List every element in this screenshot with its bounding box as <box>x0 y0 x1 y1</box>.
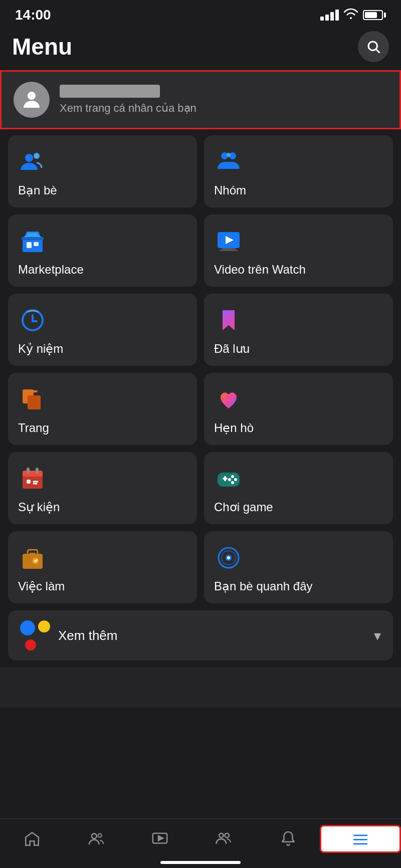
svg-point-0 <box>368 42 377 51</box>
see-more-section[interactable]: Xem thêm ▾ <box>8 610 393 661</box>
groups-icon <box>214 147 243 176</box>
grid-row-4: Trang Hẹn hò <box>8 373 393 445</box>
menu-item-dating[interactable]: Hẹn hò <box>204 373 393 445</box>
nearby-label: Bạn bè quanh đây <box>214 579 313 593</box>
svg-point-45 <box>219 833 224 838</box>
menu-item-saved[interactable]: Đã lưu <box>204 294 393 366</box>
menu-item-nearby[interactable]: Bạn bè quanh đây <box>204 531 393 603</box>
search-icon <box>366 39 381 54</box>
status-time: 14:00 <box>15 7 51 23</box>
svg-rect-14 <box>222 248 236 251</box>
svg-point-31 <box>231 481 234 484</box>
wifi-icon <box>344 8 358 22</box>
notifications-icon <box>280 830 297 847</box>
svg-rect-9 <box>27 242 32 248</box>
marketplace-label: Marketplace <box>18 263 84 277</box>
nav-friends[interactable] <box>64 826 128 851</box>
menu-item-friends[interactable]: Bạn bè <box>8 135 197 207</box>
nav-watch[interactable] <box>128 826 192 851</box>
nav-menu[interactable] <box>320 825 401 853</box>
nav-groups[interactable] <box>192 826 256 851</box>
svg-marker-44 <box>158 836 163 840</box>
menu-nav-icon <box>352 830 369 847</box>
grid-row-5: Sự kiện Chơi game <box>8 452 393 524</box>
svg-point-30 <box>234 478 237 481</box>
chevron-down-icon: ▾ <box>374 627 381 644</box>
menu-item-jobs[interactable]: Việc làm <box>8 531 197 603</box>
svg-rect-15 <box>220 250 222 251</box>
nav-home[interactable] <box>0 826 64 851</box>
nearby-icon <box>214 543 243 572</box>
friends-nav-icon <box>88 830 105 847</box>
gaming-icon <box>214 464 243 493</box>
menu-item-watch[interactable]: Video trên Watch <box>204 214 393 287</box>
svg-rect-11 <box>22 237 44 240</box>
events-icon <box>18 464 47 493</box>
dating-label: Hẹn hò <box>214 421 254 435</box>
status-bar: 14:00 <box>0 0 401 26</box>
svg-rect-22 <box>23 471 43 477</box>
svg-rect-8 <box>23 238 43 252</box>
marketplace-icon <box>18 227 47 256</box>
saved-icon <box>214 306 243 335</box>
menu-item-groups[interactable]: Nhóm <box>204 135 393 207</box>
svg-line-1 <box>376 50 380 53</box>
groups-nav-icon <box>216 830 233 847</box>
blurred-bottom <box>0 668 401 708</box>
home-indicator <box>160 861 241 864</box>
svg-rect-35 <box>30 553 36 555</box>
menu-item-gaming[interactable]: Chơi game <box>204 452 393 524</box>
grid-row-1: Bạn bè Nhóm <box>8 135 393 207</box>
menu-item-pages[interactable]: Trang <box>8 373 197 445</box>
svg-point-2 <box>28 92 36 100</box>
dating-icon <box>214 385 243 414</box>
search-button[interactable] <box>358 31 389 62</box>
profile-name <box>60 85 160 98</box>
profile-subtitle: Xem trang cá nhân của bạn <box>60 102 387 115</box>
page-title: Menu <box>12 33 72 60</box>
home-icon <box>24 830 41 847</box>
svg-rect-25 <box>27 480 31 484</box>
memories-label: Kỷ niệm <box>18 342 63 356</box>
svg-rect-28 <box>224 476 226 481</box>
svg-point-42 <box>98 833 101 837</box>
svg-rect-24 <box>36 468 39 474</box>
svg-point-7 <box>227 153 231 157</box>
saved-label: Đã lưu <box>214 342 250 356</box>
watch-nav-icon <box>151 830 168 847</box>
svg-rect-10 <box>34 242 39 246</box>
menu-item-marketplace[interactable]: Marketplace <box>8 214 197 287</box>
see-more-left: Xem thêm <box>20 620 118 650</box>
watch-icon <box>214 227 243 256</box>
battery-icon <box>363 10 386 20</box>
status-icons <box>320 8 386 22</box>
menu-grid: Bạn bè Nhóm <box>0 135 401 603</box>
profile-section[interactable]: Xem trang cá nhân của bạn <box>0 70 401 129</box>
friends-icon <box>18 147 47 176</box>
svg-point-41 <box>91 833 96 838</box>
pages-icon <box>18 385 47 414</box>
avatar-icon <box>20 88 44 112</box>
svg-point-32 <box>228 478 231 481</box>
memories-icon <box>18 306 47 335</box>
nav-notifications[interactable] <box>256 826 320 851</box>
see-more-label: Xem thêm <box>58 628 118 643</box>
svg-point-3 <box>25 154 33 162</box>
grid-row-3: Kỷ niệm Đã lưu <box>8 294 393 366</box>
header: Menu <box>0 26 401 70</box>
svg-rect-23 <box>27 468 30 474</box>
events-label: Sự kiện <box>18 500 60 514</box>
menu-item-memories[interactable]: Kỷ niệm <box>8 294 197 366</box>
groups-label: Nhóm <box>214 183 246 197</box>
jobs-label: Việc làm <box>18 579 65 593</box>
svg-point-40 <box>227 556 230 559</box>
profile-info: Xem trang cá nhân của bạn <box>60 85 387 115</box>
svg-point-29 <box>231 475 234 478</box>
jobs-icon <box>18 543 47 572</box>
gaming-label: Chơi game <box>214 500 273 514</box>
friends-label: Bạn bè <box>18 183 57 197</box>
menu-item-events[interactable]: Sự kiện <box>8 452 197 524</box>
watch-label: Video trên Watch <box>214 263 306 277</box>
avatar <box>14 82 50 118</box>
grid-row-6: Việc làm Bạn bè quanh đây <box>8 531 393 603</box>
